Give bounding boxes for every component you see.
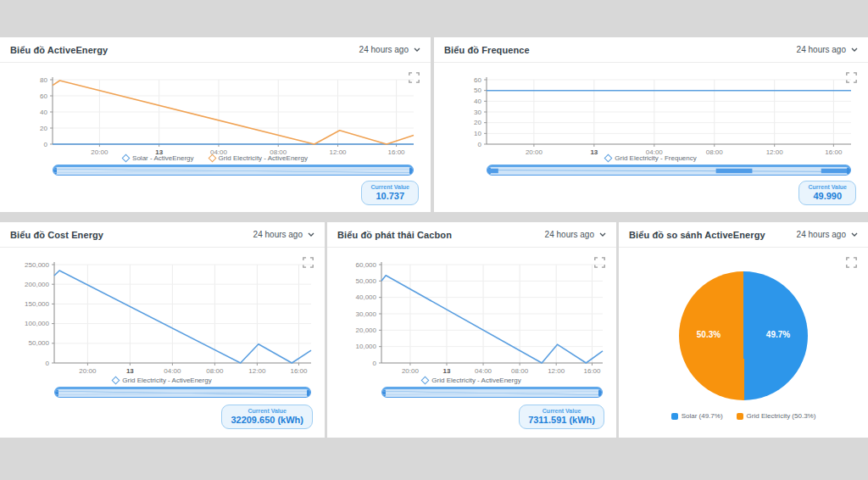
range-slider[interactable] xyxy=(381,387,603,398)
svg-text:40: 40 xyxy=(40,109,47,116)
chart-legend: Grid Electricity - Frequency xyxy=(434,154,868,162)
svg-text:60: 60 xyxy=(474,76,481,84)
current-value-label: Current Value xyxy=(370,184,409,190)
panel-compare-active-energy: Biểu đồ so sánh ActiveEnergy 24 hours ag… xyxy=(619,222,868,438)
slider-preview xyxy=(55,389,310,397)
slider-handle[interactable] xyxy=(665,165,673,166)
svg-text:50,000: 50,000 xyxy=(29,339,50,347)
series-marker xyxy=(604,154,613,163)
legend-label: Solar - ActiveEnergy xyxy=(132,154,193,162)
line-chart-frequence: 010203040506020:001304:0008:0012:0016:00 xyxy=(434,75,868,159)
fullscreen-icon[interactable] xyxy=(846,256,858,268)
svg-text:60,000: 60,000 xyxy=(356,261,377,269)
svg-text:40: 40 xyxy=(474,98,481,105)
svg-text:08:00: 08:00 xyxy=(206,367,224,375)
series-marker xyxy=(671,413,678,420)
series-marker xyxy=(112,377,120,385)
series-marker xyxy=(421,377,430,385)
time-range-label: 24 hours ago xyxy=(359,45,409,54)
legend-item-grid[interactable]: Grid Electricity - ActiveEnergy xyxy=(422,377,520,384)
panel-cacbon: Biểu đồ phát thải Cacbon 24 hours ago 01… xyxy=(327,222,616,438)
svg-text:0: 0 xyxy=(44,141,48,148)
current-value-box: Current Value 49.990 xyxy=(798,181,856,205)
time-range-label: 24 hours ago xyxy=(797,45,846,54)
svg-text:10,000: 10,000 xyxy=(356,343,377,350)
range-slider[interactable] xyxy=(54,387,311,398)
svg-text:50,000: 50,000 xyxy=(356,277,377,285)
panel-title: Biểu đồ Frequence xyxy=(444,45,530,55)
panel-frequence: Biểu đồ Frequence 24 hours ago 010203040… xyxy=(434,37,868,212)
svg-text:200,000: 200,000 xyxy=(25,281,49,288)
chevron-down-icon xyxy=(308,232,314,237)
time-range-dropdown[interactable]: 24 hours ago xyxy=(359,45,420,54)
series-marker xyxy=(208,154,216,163)
legend-label: Grid Electricity - ActiveEnergy xyxy=(219,154,308,162)
panel-cost-energy: Biểu đồ Cost Energy 24 hours ago 050,000… xyxy=(0,222,325,438)
time-range-dropdown[interactable]: 24 hours ago xyxy=(253,230,314,239)
pie-slice-label-grid: 50.3% xyxy=(697,330,721,339)
slider-handle[interactable] xyxy=(229,165,237,166)
legend-item-grid[interactable]: Grid Electricity - ActiveEnergy xyxy=(113,377,211,384)
svg-text:12:00: 12:00 xyxy=(548,367,565,375)
time-range-dropdown[interactable]: 24 hours ago xyxy=(545,230,606,239)
current-value-label: Current Value xyxy=(231,408,303,414)
time-range-label: 24 hours ago xyxy=(545,230,594,239)
legend-item-grid[interactable]: Grid Electricity - ActiveEnergy xyxy=(209,154,308,162)
panel-title: Biểu đồ Cost Energy xyxy=(10,230,103,240)
time-range-dropdown[interactable]: 24 hours ago xyxy=(797,45,858,54)
legend-label: Grid Electricity - ActiveEnergy xyxy=(431,377,520,384)
chart-area: 50.3% 49.7% Solar (49.7%) Grid Electrici… xyxy=(619,248,868,438)
svg-text:30: 30 xyxy=(474,109,481,116)
line-chart-active-energy: 02040608020:001304:0008:0012:0016:00 xyxy=(0,75,431,159)
range-slider[interactable] xyxy=(487,165,851,176)
chevron-down-icon xyxy=(851,232,858,237)
svg-text:30,000: 30,000 xyxy=(356,310,377,318)
svg-text:150,000: 150,000 xyxy=(25,300,49,308)
svg-text:250,000: 250,000 xyxy=(25,261,49,269)
legend-label: Grid Electricity - Frequency xyxy=(615,154,696,162)
panel-header: Biểu đồ so sánh ActiveEnergy 24 hours ag… xyxy=(619,222,868,248)
svg-text:13: 13 xyxy=(443,367,451,375)
chart-legend: Grid Electricity - ActiveEnergy xyxy=(327,377,616,384)
panel-header: Biểu đồ Cost Energy 24 hours ago xyxy=(0,222,325,248)
svg-text:40,000: 40,000 xyxy=(356,293,377,301)
panel-title: Biểu đồ so sánh ActiveEnergy xyxy=(629,230,765,240)
svg-text:04:00: 04:00 xyxy=(475,367,492,375)
line-chart-cost-energy: 050,000100,000150,000200,000250,00020:00… xyxy=(0,260,325,378)
svg-text:0: 0 xyxy=(478,141,482,148)
chart-area: 010203040506020:001304:0008:0012:0016:00… xyxy=(434,63,868,212)
pie-slice-label-solar: 49.7% xyxy=(766,330,790,339)
pie-legend: Solar (49.7%) Grid Electricity (50.3%) xyxy=(619,412,868,420)
svg-text:10: 10 xyxy=(474,130,481,137)
current-value-label: Current Value xyxy=(808,184,847,190)
panel-title: Biểu đồ ActiveEnergy xyxy=(10,45,108,55)
pie-chart-active-energy: 50.3% 49.7% xyxy=(679,271,808,400)
time-range-dropdown[interactable]: 24 hours ago xyxy=(797,230,858,239)
svg-text:50: 50 xyxy=(474,87,481,94)
legend-item-solar[interactable]: Solar (49.7%) xyxy=(671,412,723,420)
svg-text:0: 0 xyxy=(373,360,377,367)
svg-text:0: 0 xyxy=(46,360,50,367)
chevron-down-icon xyxy=(414,47,420,52)
series-marker xyxy=(122,154,131,163)
legend-label: Solar (49.7%) xyxy=(682,412,723,420)
legend-item-solar[interactable]: Solar - ActiveEnergy xyxy=(123,154,193,162)
svg-text:20: 20 xyxy=(474,119,481,126)
current-value-box: Current Value 7311.591 (kWh) xyxy=(519,405,604,429)
slider-preview xyxy=(487,167,850,175)
chart-area: 010,00020,00030,00040,00050,00060,00020:… xyxy=(327,248,616,438)
chart-area: 02040608020:001304:0008:0012:0016:00 Sol… xyxy=(0,63,431,212)
slider-handle[interactable] xyxy=(179,387,187,388)
range-slider[interactable] xyxy=(53,165,414,176)
slider-preview xyxy=(53,167,413,175)
legend-item-grid[interactable]: Grid Electricity (50.3%) xyxy=(737,412,816,420)
panel-header: Biểu đồ Frequence 24 hours ago xyxy=(434,37,868,63)
panel-header: Biểu đồ ActiveEnergy 24 hours ago xyxy=(0,37,431,63)
slider-preview xyxy=(382,389,602,397)
time-range-label: 24 hours ago xyxy=(253,230,303,239)
slider-handle[interactable] xyxy=(488,387,497,388)
current-value-label: Current Value xyxy=(528,408,595,414)
time-range-label: 24 hours ago xyxy=(797,230,846,239)
legend-item-grid-frequency[interactable]: Grid Electricity - Frequency xyxy=(605,154,696,162)
chevron-down-icon xyxy=(599,232,606,237)
